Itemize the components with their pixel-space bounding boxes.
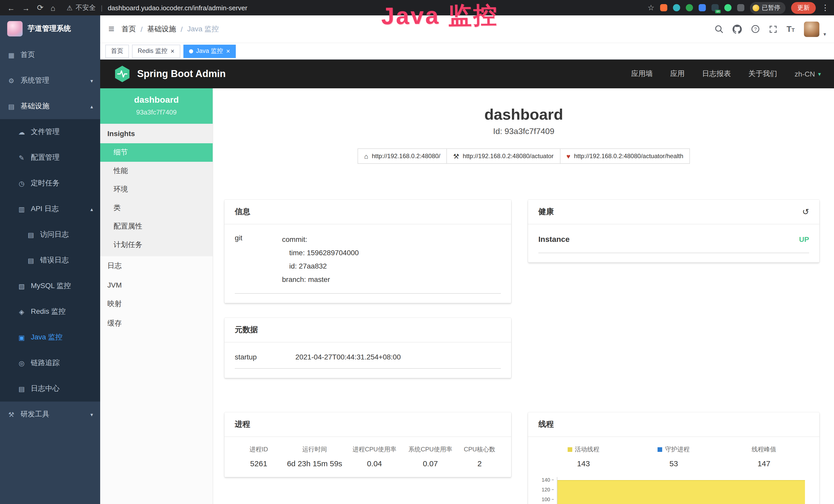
tab-home[interactable]: 首页 bbox=[105, 44, 129, 58]
sidebar-item-access-log[interactable]: ▤ 访问日志 bbox=[0, 222, 100, 248]
app-logo[interactable]: 芋道管理系统 bbox=[0, 16, 100, 42]
sba-main: dashboard Id: 93a3fc7f7409 ⌂ http://192.… bbox=[213, 88, 834, 504]
breadcrumb-infra[interactable]: 基础设施 bbox=[147, 24, 176, 33]
chevron-up-icon: ▴ bbox=[90, 104, 93, 109]
process-col-pid: 进程ID 5261 bbox=[235, 445, 283, 468]
process-col-proc-cpu: 进程CPU使用率 0.04 bbox=[347, 445, 402, 468]
tags-view: 首页 Redis 监控 × Java 监控 × bbox=[100, 43, 834, 60]
sidebar-item-infra[interactable]: ▤ 基础设施 ▴ bbox=[0, 93, 100, 119]
sba-item-configprops[interactable]: 配置属性 bbox=[100, 217, 213, 236]
search-icon[interactable] bbox=[715, 25, 723, 33]
sba-item-mappings[interactable]: 映射 bbox=[100, 294, 213, 314]
bookmark-star-icon[interactable]: ☆ bbox=[648, 3, 655, 12]
sba-item-metrics[interactable]: 性能 bbox=[100, 162, 213, 180]
reload-icon[interactable]: ⟳ bbox=[37, 3, 43, 12]
language-selector[interactable]: zh-CN ▾ bbox=[795, 70, 821, 78]
process-card-header: 进程 bbox=[224, 412, 511, 437]
sidebar-item-log-center[interactable]: ▤ 日志中心 bbox=[0, 376, 100, 402]
page-subtitle: Id: 93a3fc7f7409 bbox=[213, 127, 834, 136]
col-header: 运行时间 bbox=[284, 445, 346, 454]
health-card-body: Instance UP bbox=[528, 224, 819, 262]
security-warning-label: 不安全 bbox=[76, 3, 96, 12]
sidebar-item-job[interactable]: ◷ 定时任务 bbox=[0, 170, 100, 196]
sidebar-item-config[interactable]: ✎ 配置管理 bbox=[0, 145, 100, 170]
close-icon[interactable]: × bbox=[171, 48, 174, 54]
sidebar-item-java[interactable]: ▣ Java 监控 bbox=[0, 324, 100, 350]
profile-paused-badge[interactable]: 已暂停 bbox=[750, 2, 786, 14]
toolbox-icon: ⚒ bbox=[7, 411, 16, 418]
github-icon[interactable] bbox=[732, 24, 742, 33]
threads-chart: 140 120 100 bbox=[539, 477, 809, 504]
fullscreen-icon[interactable] bbox=[769, 25, 777, 33]
sidebar-item-file[interactable]: ☁ 文件管理 bbox=[0, 119, 100, 145]
sba-nav-about[interactable]: 关于我们 bbox=[748, 69, 777, 78]
sidebar-item-label: MySQL 监控 bbox=[31, 281, 71, 291]
extensions-puzzle-icon[interactable] bbox=[737, 4, 744, 11]
sidebar-item-trace[interactable]: ◎ 链路追踪 bbox=[0, 350, 100, 376]
app-menu: ▦ 首页 ⚙ 系统管理 ▾ ▤ 基础设施 ▴ ☁ 文件管理 ✎ 配置管 bbox=[0, 42, 100, 427]
user-avatar[interactable] bbox=[804, 21, 819, 37]
chrome-update-button[interactable]: 更新 bbox=[791, 2, 816, 14]
git-branch-line: branch: master bbox=[282, 273, 359, 286]
browser-home-icon[interactable]: ⌂ bbox=[50, 3, 55, 12]
history-icon[interactable]: ↺ bbox=[802, 207, 809, 217]
eye-icon: ◎ bbox=[18, 359, 26, 367]
sidebar-item-label: Redis 监控 bbox=[31, 307, 66, 316]
sidebar-item-mysql[interactable]: ▧ MySQL 监控 bbox=[0, 273, 100, 299]
edit-icon: ✎ bbox=[18, 154, 26, 161]
sidebar-item-devtools[interactable]: ⚒ 研发工具 ▾ bbox=[0, 402, 100, 427]
git-commit-line: commit: bbox=[282, 233, 359, 246]
hamburger-icon[interactable]: ≡ bbox=[100, 23, 122, 35]
sidebar-item-redis[interactable]: ◈ Redis 监控 bbox=[0, 299, 100, 324]
sba-nav-applications[interactable]: 应用 bbox=[671, 69, 685, 78]
health-url-label: http://192.168.0.2:48080/actuator/health bbox=[574, 153, 683, 160]
sba-item-scheduledtasks[interactable]: 计划任务 bbox=[100, 236, 213, 254]
health-instance-row[interactable]: Instance UP bbox=[539, 233, 809, 253]
sba-item-environment[interactable]: 环境 bbox=[100, 180, 213, 199]
threads-card-body: 活动线程 143 守护进程 53 线程峰值 147 140 120 100 bbox=[528, 437, 819, 504]
extension-icon-switch-on[interactable] bbox=[711, 4, 719, 11]
sidebar-item-error-log[interactable]: ▤ 错误日志 bbox=[0, 248, 100, 273]
metadata-startup-label: startup bbox=[235, 353, 295, 361]
extension-icon-orange[interactable] bbox=[660, 4, 667, 11]
browser-menu-icon[interactable]: ⋮ bbox=[821, 3, 829, 12]
infra-submenu: ☁ 文件管理 ✎ 配置管理 ◷ 定时任务 ▥ API 日志 ▴ ▤ bbox=[0, 119, 100, 402]
url-text[interactable]: dashboard.yudao.iocoder.cn/infra/admin-s… bbox=[108, 4, 247, 12]
forward-icon[interactable]: → bbox=[22, 3, 30, 12]
sba-sidebar: dashboard 93a3fc7f7409 Insights 细节 性能 环境… bbox=[100, 88, 213, 504]
tab-redis[interactable]: Redis 监控 × bbox=[132, 44, 180, 58]
y-tick: 140 bbox=[539, 477, 554, 483]
sidebar-item-system[interactable]: ⚙ 系统管理 ▾ bbox=[0, 68, 100, 93]
extension-icon-green-check[interactable] bbox=[686, 4, 693, 11]
tab-java[interactable]: Java 监控 × bbox=[183, 44, 236, 58]
sba-item-jvm[interactable]: JVM bbox=[100, 276, 213, 294]
sba-item-details[interactable]: 细节 bbox=[100, 143, 213, 162]
service-url-button[interactable]: ⌂ http://192.168.0.2:48080/ bbox=[357, 148, 447, 164]
sba-nav-journal[interactable]: 日志报表 bbox=[702, 69, 731, 78]
sba-item-beans[interactable]: 类 bbox=[100, 199, 213, 217]
instance-header[interactable]: dashboard 93a3fc7f7409 bbox=[100, 88, 213, 124]
address-bar[interactable]: ⚠ 不安全 | dashboard.yudao.iocoder.cn/infra… bbox=[67, 3, 247, 12]
breadcrumb-home[interactable]: 首页 bbox=[122, 24, 136, 33]
font-size-icon[interactable]: TT bbox=[787, 24, 795, 33]
chevron-up-icon: ▴ bbox=[90, 206, 93, 212]
tab-label: Redis 监控 bbox=[138, 47, 168, 55]
extension-icon-leaf[interactable] bbox=[724, 4, 731, 11]
y-tick: 120 bbox=[539, 487, 554, 492]
process-card-body: 进程ID 5261 运行时间 6d 23h 15m 59s 进程CPU使用率 0… bbox=[224, 437, 511, 477]
sba-nav-wallboard[interactable]: 应用墙 bbox=[631, 69, 653, 78]
extension-icon-blue-grid[interactable] bbox=[699, 4, 706, 11]
back-icon[interactable]: ← bbox=[7, 3, 15, 12]
help-icon[interactable]: ? bbox=[751, 25, 760, 33]
sidebar-item-home[interactable]: ▦ 首页 bbox=[0, 42, 100, 68]
extension-icon-teal[interactable] bbox=[673, 4, 680, 11]
health-url-button[interactable]: ♥ http://192.168.0.2:48080/actuator/heal… bbox=[560, 148, 690, 164]
instance-id: 93a3fc7f7409 bbox=[100, 108, 213, 116]
actuator-url-button[interactable]: ⚒ http://192.168.0.2:48080/actuator bbox=[446, 148, 560, 164]
log-center-icon: ▤ bbox=[18, 385, 26, 393]
close-icon[interactable]: × bbox=[226, 48, 230, 54]
sba-item-caches[interactable]: 缓存 bbox=[100, 314, 213, 333]
sba-item-loggers[interactable]: 日志 bbox=[100, 256, 213, 276]
gear-icon: ⚙ bbox=[7, 77, 16, 85]
sidebar-item-api-log[interactable]: ▥ API 日志 ▴ bbox=[0, 196, 100, 222]
